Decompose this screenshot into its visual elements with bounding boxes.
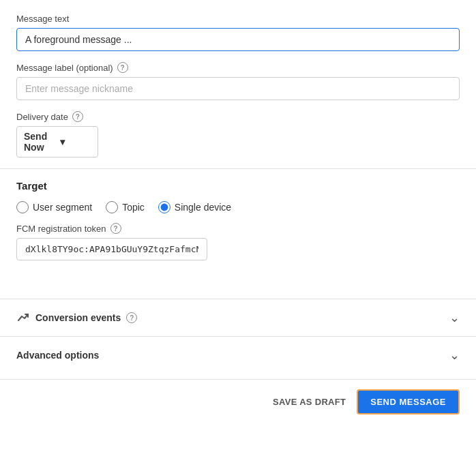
delivery-date-label-text: Delivery date	[16, 112, 68, 122]
message-label-input[interactable]	[16, 77, 460, 100]
conversion-events-help-icon[interactable]: ?	[126, 312, 137, 323]
fcm-token-input[interactable]	[16, 238, 207, 260]
message-label-group: Message label (optional) ?	[16, 62, 460, 100]
conversion-events-header-left: Conversion events ?	[16, 311, 137, 325]
radio-single-device-input[interactable]	[158, 201, 170, 213]
delivery-date-label: Delivery date ?	[16, 111, 460, 122]
message-text-group: Message text	[16, 14, 460, 51]
delivery-date-dropdown[interactable]: Send Now ▾	[16, 126, 98, 157]
delivery-date-help-icon[interactable]: ?	[72, 111, 83, 122]
radio-user-segment-label: User segment	[33, 202, 92, 213]
radio-topic-label: Topic	[122, 202, 145, 213]
conversion-events-label: Conversion events	[35, 312, 121, 323]
message-text-label: Message text	[16, 14, 460, 24]
fcm-token-help-icon[interactable]: ?	[110, 223, 121, 234]
message-label-label-text: Message label (optional)	[16, 63, 113, 73]
conversion-events-header[interactable]: Conversion events ? ⌄	[16, 310, 460, 325]
radio-single-device-label: Single device	[175, 202, 231, 213]
delivery-date-value: Send Now	[24, 131, 55, 153]
advanced-options-header-left: Advanced options	[16, 350, 99, 361]
advanced-options-header[interactable]: Advanced options ⌄	[16, 348, 460, 363]
target-section: Target User segment Topic Single device …	[0, 169, 476, 285]
radio-single-device[interactable]: Single device	[158, 201, 231, 213]
save-draft-button[interactable]: SAVE AS DRAFT	[273, 397, 346, 407]
message-label-help-icon[interactable]: ?	[117, 62, 128, 73]
send-message-button[interactable]: SEND MESSAGE	[357, 389, 460, 415]
conversion-events-expand-icon: ⌄	[449, 310, 460, 325]
conversion-events-section: Conversion events ? ⌄	[0, 299, 476, 336]
fcm-token-group: FCM registration token ?	[16, 223, 460, 260]
delivery-date-group: Delivery date ? Send Now ▾	[16, 111, 460, 157]
footer-bar: SAVE AS DRAFT SEND MESSAGE	[0, 379, 476, 424]
radio-user-segment-input[interactable]	[16, 201, 29, 213]
message-text-label-text: Message text	[16, 14, 69, 24]
radio-topic-input[interactable]	[106, 201, 118, 213]
chevron-down-icon: ▾	[60, 136, 91, 147]
target-title: Target	[16, 180, 460, 192]
target-radio-group: User segment Topic Single device	[16, 201, 460, 213]
conversion-events-icon	[16, 311, 30, 325]
advanced-options-label: Advanced options	[16, 350, 99, 361]
fcm-token-label-text: FCM registration token	[16, 224, 106, 234]
fcm-token-label: FCM registration token ?	[16, 223, 460, 234]
message-text-input[interactable]	[16, 28, 460, 51]
advanced-options-expand-icon: ⌄	[449, 348, 460, 363]
message-label-label: Message label (optional) ?	[16, 62, 460, 73]
radio-topic[interactable]: Topic	[106, 201, 145, 213]
radio-user-segment[interactable]: User segment	[16, 201, 92, 213]
advanced-options-section: Advanced options ⌄	[0, 336, 476, 374]
